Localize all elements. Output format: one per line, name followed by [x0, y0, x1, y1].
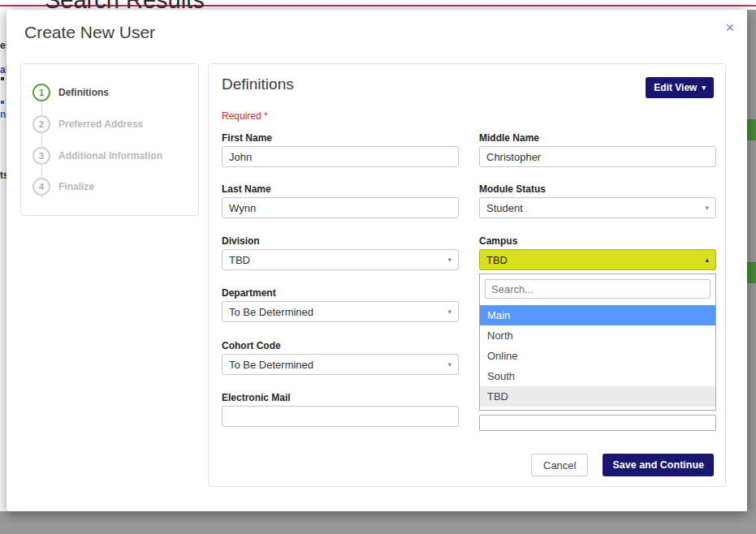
- step-number-badge: 4: [32, 178, 50, 196]
- campus-option-north[interactable]: North: [480, 325, 715, 346]
- division-label: Division: [222, 235, 260, 247]
- step-number-badge: 1: [32, 84, 50, 101]
- division-select[interactable]: TBD ▾: [222, 249, 459, 270]
- background-bullet: [1, 101, 4, 104]
- modal-footer: Cancel Save and Continue: [531, 454, 714, 476]
- department-label: Department: [222, 287, 276, 299]
- step-label: Finalize: [58, 181, 94, 192]
- campus-dropdown-panel: Main North Online South TBD: [479, 273, 716, 411]
- middle-name-input[interactable]: [479, 146, 716, 167]
- panel-title: Definitions: [222, 75, 294, 93]
- obscured-field-input[interactable]: [479, 415, 716, 431]
- module-status-label: Module Status: [479, 183, 546, 195]
- campus-dropdown-search-input[interactable]: [485, 279, 711, 299]
- chevron-down-icon: ▾: [702, 84, 706, 92]
- modal-backdrop: [747, 10, 756, 511]
- step-item-preferred-address[interactable]: 2 Preferred Address: [32, 115, 143, 133]
- division-value: TBD: [229, 254, 250, 266]
- cohort-code-value: To Be Determined: [229, 359, 313, 371]
- first-name-input[interactable]: [222, 146, 459, 167]
- screen: Search Results es als ns ts Create New U…: [0, 0, 756, 534]
- close-icon[interactable]: ×: [725, 19, 734, 36]
- background-button-fragment: [747, 262, 756, 283]
- campus-option-list: Main North Online South TBD: [480, 305, 715, 407]
- wizard-steps-panel: 1 Definitions 2 Preferred Address 3 Addi…: [20, 63, 199, 216]
- chevron-down-icon: ▾: [447, 308, 451, 316]
- background-bullet: [1, 77, 4, 80]
- campus-option-main[interactable]: Main: [480, 305, 715, 325]
- module-status-select[interactable]: Student ▾: [479, 197, 716, 218]
- edit-view-label: Edit View: [654, 82, 697, 93]
- chevron-down-icon: ▾: [447, 360, 451, 368]
- definitions-panel: Definitions Edit View ▾ Required * First…: [208, 63, 726, 487]
- last-name-input[interactable]: [222, 197, 459, 218]
- step-number-badge: 3: [32, 147, 50, 165]
- chevron-down-icon: ▾: [447, 256, 451, 264]
- save-and-continue-button[interactable]: Save and Continue: [603, 454, 714, 476]
- cohort-code-select[interactable]: To Be Determined ▾: [222, 354, 459, 375]
- required-indicator: Required *: [222, 110, 268, 122]
- cohort-code-label: Cohort Code: [222, 340, 281, 351]
- cancel-button[interactable]: Cancel: [531, 454, 588, 476]
- electronic-mail-input[interactable]: [222, 406, 459, 427]
- modal-backdrop: [0, 511, 756, 534]
- middle-name-label: Middle Name: [479, 132, 539, 144]
- chevron-down-icon: ▾: [705, 204, 709, 212]
- edit-view-button[interactable]: Edit View ▾: [646, 77, 714, 98]
- first-name-label: First Name: [222, 132, 272, 144]
- campus-option-tbd[interactable]: TBD: [480, 386, 715, 407]
- background-button-fragment: [747, 119, 756, 140]
- modal-title: Create New User: [24, 23, 155, 42]
- step-item-definitions[interactable]: 1 Definitions: [32, 84, 109, 101]
- department-value: To Be Determined: [229, 306, 313, 318]
- chevron-up-icon: ▴: [705, 256, 709, 264]
- department-select[interactable]: To Be Determined ▾: [222, 301, 459, 322]
- step-label: Definitions: [58, 87, 109, 98]
- step-item-additional-information[interactable]: 3 Additional Information: [32, 147, 162, 165]
- electronic-mail-label: Electronic Mail: [222, 392, 291, 403]
- step-label: Additional Information: [58, 150, 162, 161]
- campus-option-online[interactable]: Online: [480, 346, 715, 366]
- campus-option-south[interactable]: South: [480, 366, 715, 386]
- step-item-finalize[interactable]: 4 Finalize: [32, 178, 94, 196]
- step-number-badge: 2: [32, 115, 50, 133]
- step-label: Preferred Address: [58, 118, 143, 130]
- campus-value: TBD: [486, 254, 508, 266]
- create-new-user-modal: Create New User × 1 Definitions 2 Prefer…: [6, 10, 747, 511]
- last-name-label: Last Name: [222, 183, 271, 195]
- campus-select[interactable]: TBD ▴: [479, 249, 716, 270]
- campus-label: Campus: [479, 235, 517, 247]
- module-status-value: Student: [486, 202, 523, 214]
